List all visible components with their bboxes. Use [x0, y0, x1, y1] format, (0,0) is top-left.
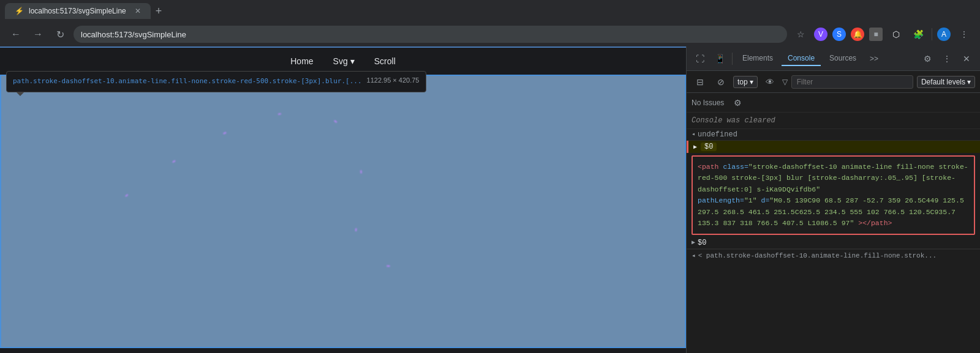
extension-icon-5[interactable]: ⬡ — [888, 26, 905, 43]
collapse-arrow-icon[interactable]: ◂ — [692, 130, 695, 138]
filter-input[interactable] — [791, 75, 913, 89]
nav-icons: ☆ V S 🔔 ■ ⬡ 🧩 A ⋮ — [792, 26, 973, 43]
more-options-icon[interactable]: ⋮ — [938, 50, 956, 67]
default-levels-dropdown[interactable]: Default levels ▾ — [917, 76, 975, 88]
settings-icon[interactable]: ⚙ — [919, 50, 936, 67]
context-dropdown[interactable]: top ▾ — [733, 76, 758, 88]
divider — [932, 28, 932, 40]
tab-elements[interactable]: Elements — [736, 51, 779, 66]
inspect-element-icon[interactable]: ⛶ — [692, 50, 709, 67]
nav-home[interactable]: Home — [290, 56, 313, 66]
svg-visualization — [123, 111, 429, 295]
path-length-attr: pathLength= — [698, 196, 744, 204]
tab-console[interactable]: Console — [782, 51, 821, 66]
profile-button[interactable]: A — [937, 28, 951, 41]
active-tab[interactable]: ⚡ localhost:5173/svgSimpleLine ✕ — [5, 3, 151, 19]
tab-favicon: ⚡ — [15, 7, 24, 15]
extensions-button[interactable]: 🧩 — [910, 26, 927, 43]
path-element-box: <path class="stroke-dashoffset-10 animat… — [692, 155, 975, 235]
url-text: localhost:5173/svgSimpleLine — [81, 30, 186, 39]
console-undefined-line: ◂ undefined — [687, 129, 980, 141]
dollar-zero-ref: $0 — [698, 239, 706, 247]
bookmark-icon[interactable]: ☆ — [792, 26, 809, 43]
devtools-toolbar: ⛶ 📱 Elements Console Sources >> ⚙ ⋮ ✕ — [687, 46, 980, 71]
forward-button[interactable]: → — [29, 26, 47, 43]
main-area: Home Svg ▾ Scroll path.stroke-dashoffset… — [0, 46, 980, 353]
new-tab-button[interactable]: + — [156, 5, 162, 18]
nav-bar: ← → ↻ localhost:5173/svgSimpleLine ☆ V S… — [0, 22, 980, 46]
nav-svg-dropdown[interactable]: Svg ▾ — [333, 56, 355, 66]
tooltip-dimensions: 1122.95 × 420.75 — [367, 76, 420, 84]
refresh-button[interactable]: ↻ — [51, 26, 69, 43]
tooltip-class-text: path.stroke-dashoffset-10.animate-line.f… — [13, 76, 362, 87]
devtools-toolbar2: ⊟ ⊘ top ▾ 👁 ▽ Default levels ▾ — [687, 71, 980, 93]
extension-icon-1[interactable]: V — [814, 28, 827, 41]
devtools-panel: ⛶ 📱 Elements Console Sources >> ⚙ ⋮ ✕ ⊟ … — [686, 46, 980, 353]
bottom-bar — [0, 348, 686, 353]
bottom-ref-text: < path.stroke-dashoffset-10.animate-line… — [698, 252, 937, 259]
class-attr: class= — [723, 163, 748, 171]
expand-icon-2[interactable]: ▶ — [692, 239, 695, 246]
tab-close[interactable]: ✕ — [135, 7, 141, 15]
animated-path — [126, 112, 405, 266]
tag-open: <path — [698, 163, 719, 171]
dollar-zero-collapsed-row[interactable]: ▶ $0 — [687, 141, 980, 153]
eye-icon[interactable]: 👁 — [761, 73, 778, 91]
block-icon[interactable]: ⊘ — [712, 73, 729, 91]
d-attr: d= — [761, 196, 770, 204]
extension-icon-2[interactable]: S — [832, 28, 846, 41]
tab-title: localhost:5173/svgSimpleLine — [29, 7, 126, 15]
console-output[interactable]: Console was cleared ◂ undefined ▶ $0 <pa… — [687, 113, 980, 353]
bottom-ref-arrow: ◂ — [692, 251, 696, 259]
dollar-zero-expanded-line: ▶ $0 — [687, 237, 980, 249]
extension-icon-4[interactable]: ■ — [869, 28, 883, 41]
tag-close: ></path> — [858, 219, 892, 227]
path-element-container: <path class="stroke-dashoffset-10 animat… — [687, 155, 980, 235]
webpage: Home Svg ▾ Scroll path.stroke-dashoffset… — [0, 46, 686, 353]
levels-chevron-icon: ▾ — [967, 78, 971, 86]
no-issues-text: No Issues — [692, 98, 724, 107]
close-devtools-icon[interactable]: ✕ — [958, 50, 975, 67]
sidebar-toggle-icon[interactable]: ⊟ — [692, 73, 709, 91]
dropdown-chevron-icon: ▾ — [750, 78, 753, 86]
back-button[interactable]: ← — [7, 26, 24, 43]
chevron-down-icon: ▾ — [350, 56, 355, 66]
undefined-text: undefined — [698, 130, 737, 139]
top-label: top — [737, 78, 748, 86]
filter-icon: ▽ — [782, 78, 788, 86]
console-cleared-text: Console was cleared — [692, 116, 775, 125]
webpage-content — [0, 75, 686, 348]
default-levels-label: Default levels — [921, 78, 965, 86]
expand-arrow-icon[interactable]: ▶ — [693, 143, 697, 150]
console-cleared-line: Console was cleared — [687, 113, 980, 129]
path-length-value: "1" — [744, 196, 757, 204]
tab-bar: ⚡ localhost:5173/svgSimpleLine ✕ + — [0, 0, 980, 22]
browser-chrome: ⚡ localhost:5173/svgSimpleLine ✕ + ← → ↻… — [0, 0, 980, 46]
separator-1 — [732, 53, 733, 65]
nav-scroll[interactable]: Scroll — [374, 56, 396, 66]
issues-settings-icon[interactable]: ⚙ — [729, 94, 746, 111]
dollar-zero-badge: $0 — [701, 143, 717, 151]
url-bar[interactable]: localhost:5173/svgSimpleLine — [74, 26, 787, 43]
tab-sources[interactable]: Sources — [823, 51, 862, 66]
console-bottom-ref: ◂ < path.stroke-dashoffset-10.animate-li… — [687, 249, 980, 261]
settings-button[interactable]: ⋮ — [956, 26, 973, 43]
nav-svg-label: Svg — [333, 56, 348, 66]
element-tooltip: path.stroke-dashoffset-10.animate-line.f… — [6, 71, 426, 92]
no-issues-bar: No Issues ⚙ — [687, 93, 980, 113]
device-toolbar-icon[interactable]: 📱 — [711, 50, 728, 67]
tab-more[interactable]: >> — [865, 52, 883, 65]
extension-icon-3[interactable]: 🔔 — [851, 28, 864, 41]
